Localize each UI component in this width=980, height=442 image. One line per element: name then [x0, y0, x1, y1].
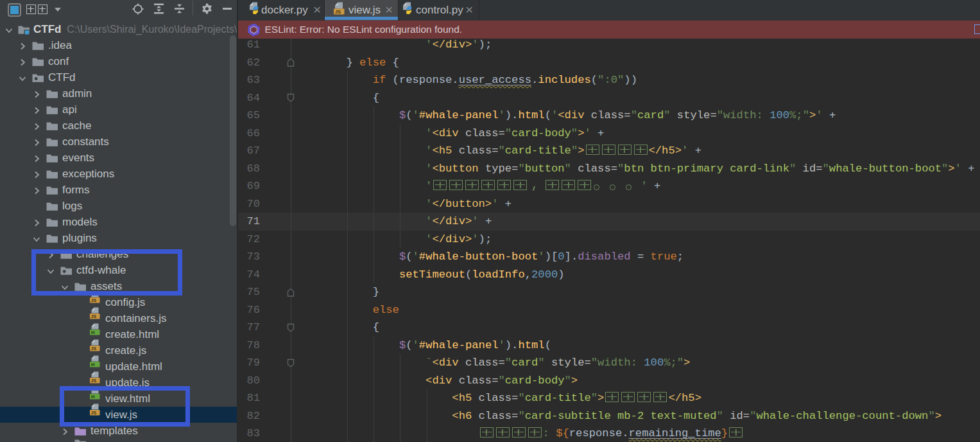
svg-text:JS: JS	[334, 9, 341, 15]
svg-text:H: H	[91, 330, 94, 335]
svg-text:JS: JS	[90, 297, 96, 303]
svg-text:H: H	[91, 362, 94, 367]
svg-text:JS: JS	[90, 378, 96, 384]
svg-text:JS: JS	[90, 346, 96, 351]
svg-text:JS: JS	[90, 314, 96, 319]
